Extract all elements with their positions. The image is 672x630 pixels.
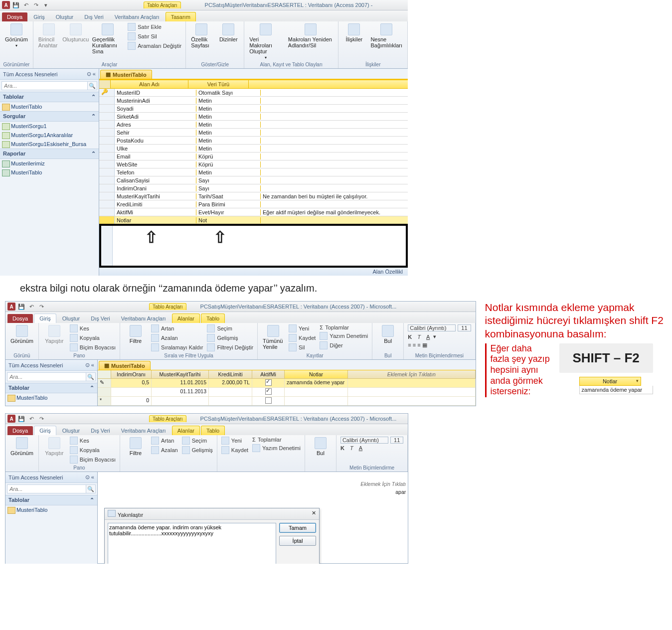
field-name-cell[interactable]: MusterininAdi [115, 98, 196, 104]
field-type-cell[interactable]: Metin [196, 169, 261, 175]
font-select[interactable]: Calibri (Ayrıntı) [408, 324, 456, 331]
advanced-button[interactable]: Gelişmiş [206, 333, 254, 342]
tab-database-tools[interactable]: Veritabanı Araçları [116, 314, 171, 323]
paste-button[interactable]: Yapıştır [42, 324, 67, 345]
field-name-cell[interactable]: PostaKodu [115, 138, 196, 144]
format-painter-button[interactable]: Biçim Boyacısı [69, 343, 117, 352]
modify-lookups-button[interactable]: Aramaları Değiştir [127, 41, 182, 50]
object-dependencies-button[interactable]: Nesne Bağımlılıkları [368, 22, 404, 49]
tab-table[interactable]: Tablo [201, 314, 225, 323]
tab-external-data[interactable]: Dış Veri [79, 12, 109, 21]
more-button[interactable]: Diğer [319, 341, 369, 350]
field-name-cell[interactable]: AktifMi [115, 209, 196, 215]
primary-key-button[interactable]: Birincil Anahtar [36, 22, 61, 49]
delete-record-button[interactable]: Sil [288, 343, 317, 352]
field-name-cell[interactable]: MusteriID [115, 90, 196, 96]
document-tab-musteritablo[interactable]: ▦MusteriTablo [100, 70, 152, 79]
field-row[interactable]: SoyadiMetin [99, 105, 408, 113]
tab-file[interactable]: Dosya [2, 12, 27, 21]
field-row[interactable]: AktifMiEvet/HayırEğer aktif müşteri deği… [99, 208, 408, 216]
filter-button[interactable]: Filtre [123, 324, 148, 345]
field-name-cell[interactable]: WebSite [115, 161, 196, 167]
field-name-cell[interactable]: Soyadi [115, 106, 196, 112]
field-row[interactable]: AdresMetin [99, 121, 408, 129]
field-row[interactable]: WebSiteKöprü [99, 160, 408, 168]
close-icon[interactable]: ✕ [312, 510, 316, 518]
nav-header[interactable]: Tüm Access Nesneleri ⊙ « [0, 69, 99, 80]
field-type-cell[interactable]: Köprü [196, 154, 261, 159]
field-type-cell[interactable]: Evet/Hayır [196, 209, 261, 215]
field-type-cell[interactable]: Metin [196, 122, 261, 128]
field-type-cell[interactable]: Para Birimi [196, 201, 261, 207]
field-name-cell[interactable]: Sehir [115, 130, 196, 136]
field-type-cell[interactable]: Tarih/Saat [196, 193, 261, 199]
cut-button[interactable]: Kes [69, 324, 117, 333]
save-record-button[interactable]: Kaydet [288, 333, 317, 342]
field-row[interactable]: UlkeMetin [99, 145, 408, 153]
tab-fields[interactable]: Alanlar [172, 314, 200, 323]
undo-icon[interactable]: ↶ [22, 1, 30, 9]
new-record-button[interactable]: Yeni [288, 324, 317, 333]
field-row[interactable]: TelefonMetin [99, 168, 408, 176]
tab-external-data[interactable]: Dış Veri [86, 314, 115, 323]
copy-button[interactable]: Kopyala [69, 333, 117, 342]
refresh-all-button[interactable]: Tümünü Yenile [261, 324, 286, 351]
chevron-left-icon[interactable]: ⊙ « [87, 71, 96, 77]
field-name-cell[interactable]: MusteriKayitTarihi [115, 193, 196, 199]
tab-database-tools[interactable]: Veritabanı Araçları [110, 12, 165, 21]
datasheet-row[interactable]: ✎0,511.01.20152.000,00 TLzamanında ödeme… [98, 379, 476, 388]
field-name-cell[interactable]: Adres [115, 122, 196, 128]
field-row[interactable]: MusterininAdiMetin [99, 97, 408, 105]
tab-design[interactable]: Tasarım [166, 12, 196, 21]
nav-item-musterisorgu1-ankaralilar[interactable]: MusteriSorgu1Ankaralılar [0, 131, 99, 140]
field-type-cell[interactable]: Köprü [196, 161, 261, 167]
rename-delete-macro-button[interactable]: Makroları Yeniden Adlandır/Sil [286, 22, 336, 49]
indexes-button[interactable]: Dizinler [216, 22, 241, 43]
save-icon[interactable]: 💾 [12, 1, 20, 9]
field-desc-cell[interactable]: Ne zamandan beri bu müşteri ile çalışılı… [261, 193, 408, 199]
field-row[interactable]: MusteriKayitTarihiTarih/SaatNe zamandan … [99, 192, 408, 200]
alignment-buttons[interactable]: ≡ ≡ ≡ ▦ [407, 341, 472, 349]
tab-home[interactable]: Giriş [28, 12, 50, 21]
save-icon[interactable]: 💾 [17, 303, 25, 311]
view-button[interactable]: Görünüm▾ [3, 22, 30, 49]
field-desc-cell[interactable]: Eğer aktif müşteri değilse mail gönderil… [261, 209, 408, 215]
nav-item-report-musteritablo[interactable]: MusteriTablo [0, 168, 99, 177]
field-row[interactable]: SirketAdiMetin [99, 113, 408, 121]
field-type-cell[interactable]: Metin [196, 114, 261, 120]
field-row[interactable]: 🔑MusteriIDOtomatik Sayı [99, 89, 408, 97]
field-type-cell[interactable]: Otomatik Sayı [196, 90, 261, 96]
sort-desc-button[interactable]: Azalan [150, 333, 204, 342]
create-data-macros-button[interactable]: Veri Makroları Oluştur▾ [247, 22, 284, 61]
nav-cat-queries[interactable]: Sorgular⌃ [0, 111, 99, 122]
builder-button[interactable]: Oluşturucu [63, 22, 88, 43]
undo-icon[interactable]: ↶ [27, 303, 35, 311]
field-name-cell[interactable]: KrediLimiti [115, 201, 196, 207]
field-row[interactable]: SehirMetin [99, 129, 408, 137]
nav-item-musteritablo[interactable]: MusteriTablo [0, 102, 99, 111]
field-row[interactable]: KrediLimitiPara Birimi [99, 200, 408, 208]
nav-item-musterilerimiz[interactable]: Musterilerimiz [0, 159, 99, 168]
font-size-select[interactable]: 11 [458, 324, 471, 331]
field-name-cell[interactable]: Email [115, 154, 196, 159]
field-type-cell[interactable]: Sayı [196, 177, 261, 183]
field-row[interactable]: PostaKoduMetin [99, 137, 408, 145]
view-button[interactable]: Görünüm [8, 324, 35, 345]
field-name-cell[interactable]: CalisanSayisi [115, 177, 196, 183]
relationships-button[interactable]: İlişkiler [341, 22, 366, 43]
find-button[interactable]: Bul [375, 324, 400, 345]
tab-create[interactable]: Oluştur [51, 12, 78, 21]
checkbox[interactable] [265, 397, 272, 404]
font-style-buttons[interactable]: K T A ▾ [407, 333, 472, 340]
field-row[interactable]: IndirimOraniSayı [99, 184, 408, 192]
test-validation-button[interactable]: Geçerlilik Kurallarını Sına [90, 22, 125, 55]
nav-cat-tables[interactable]: Tablolar⌃ [0, 92, 99, 102]
field-type-cell[interactable]: Metin [196, 98, 261, 104]
redo-icon[interactable]: ↷ [32, 1, 40, 9]
sort-asc-button[interactable]: Artan [150, 324, 204, 333]
field-type-cell[interactable]: Not [196, 217, 261, 223]
remove-sort-button[interactable]: Sıralamayı Kaldır [150, 343, 204, 352]
search-icon[interactable]: 🔍 [88, 81, 97, 90]
field-row[interactable]: EmailKöprü [99, 153, 408, 160]
field-type-cell[interactable]: Metin [196, 138, 261, 144]
